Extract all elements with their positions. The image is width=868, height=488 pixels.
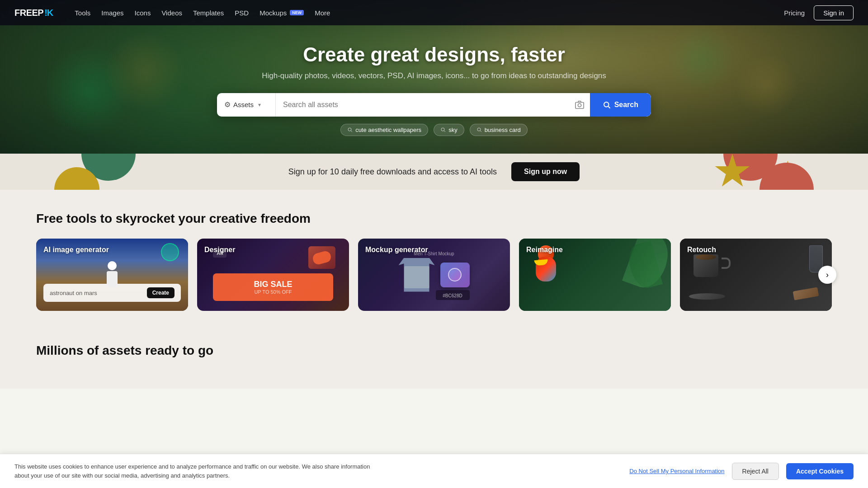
camera-icon (575, 100, 585, 110)
ai-create-button[interactable]: Create (147, 287, 175, 298)
search-small-icon (347, 127, 353, 132)
assets-section: Millions of assets ready to go (0, 329, 868, 389)
svg-point-8 (477, 128, 481, 131)
signup-now-button[interactable]: Sign up now (511, 162, 580, 181)
new-badge: NEW (290, 10, 304, 15)
search-small-icon (476, 127, 482, 132)
svg-point-1 (578, 103, 581, 107)
tools-grid: AI image generator astronaut on mars Cre… (36, 239, 832, 311)
tool-card-mockup[interactable]: Mockup generator Men T-Shirt Moc (358, 239, 510, 311)
tool-card-designer[interactable]: Designer BIG SALE UP TO 50% OFF Aa (197, 239, 349, 311)
navbar-right: Pricing Sign in (784, 5, 854, 20)
tool-card-reimagine[interactable]: Reimagine (519, 239, 671, 311)
signup-banner-text: Sign up for 10 daily free downloads and … (288, 167, 497, 177)
search-type-selector[interactable]: ⚙ Assets ▾ (217, 93, 276, 117)
signin-button[interactable]: Sign in (814, 5, 854, 20)
tools-section: Free tools to skyrocket your creative fr… (0, 190, 868, 329)
svg-line-9 (480, 131, 481, 132)
nav-link-templates[interactable]: Templates (193, 9, 224, 17)
svg-point-2 (604, 102, 609, 107)
chevron-down-icon: ▾ (258, 102, 261, 108)
nav-link-images[interactable]: Images (101, 9, 123, 17)
search-small-icon (440, 127, 446, 132)
assets-icon: ⚙ (224, 100, 231, 109)
accept-cookies-button[interactable]: Accept Cookies (786, 463, 854, 479)
tool-designer-label: Designer (204, 246, 235, 254)
hero-title: Create great designs, faster (0, 43, 868, 66)
cookie-text: This website uses cookies to enhance use… (14, 462, 376, 480)
svg-line-5 (351, 131, 353, 132)
navbar: FREEP!K Tools Images Icons Videos Templa… (0, 0, 868, 25)
visual-search-button[interactable] (569, 100, 590, 110)
tool-reimagine-label: Reimagine (526, 246, 563, 254)
tool-card-ai-image[interactable]: AI image generator astronaut on mars Cre… (36, 239, 188, 311)
svg-point-4 (348, 128, 351, 131)
svg-line-7 (444, 131, 446, 132)
nav-link-tools[interactable]: Tools (75, 9, 90, 17)
nav-link-videos[interactable]: Videos (161, 9, 182, 17)
assets-section-title: Millions of assets ready to go (36, 343, 832, 358)
tool-card-retouch[interactable]: Retouch (680, 239, 832, 311)
signup-banner: ★ Sign up for 10 daily free downloads an… (0, 154, 868, 190)
cookie-actions: Do Not Sell My Personal Information Reje… (629, 463, 854, 480)
hero-subtitle: High-quality photos, videos, vectors, PS… (0, 71, 868, 80)
svg-point-6 (441, 128, 444, 131)
pricing-link[interactable]: Pricing (784, 9, 805, 17)
cookie-banner: This website uses cookies to enhance use… (0, 454, 868, 488)
nav-link-psd[interactable]: PSD (235, 9, 249, 17)
reject-cookies-button[interactable]: Reject All (732, 463, 779, 480)
site-logo[interactable]: FREEP!K (14, 8, 53, 18)
search-bar: ⚙ Assets ▾ Search (217, 93, 651, 117)
nav-link-mockups[interactable]: Mockups NEW (259, 9, 304, 17)
svg-line-3 (608, 106, 610, 108)
do-not-sell-link[interactable]: Do Not Sell My Personal Information (629, 468, 724, 474)
search-button[interactable]: Search (590, 93, 651, 117)
suggestion-tag-2[interactable]: business card (470, 124, 528, 136)
suggestion-tag-0[interactable]: cute aesthetic wallpapers (340, 124, 428, 136)
hero-content: Create great designs, faster High-qualit… (0, 43, 868, 136)
search-type-label: Assets (233, 101, 254, 108)
tool-retouch-label: Retouch (687, 246, 716, 254)
search-icon (603, 101, 611, 109)
suggestion-tag-1[interactable]: sky (434, 124, 464, 136)
suggestion-tags: cute aesthetic wallpapers sky business c… (0, 124, 868, 136)
ai-prompt-text: astronaut on mars (50, 290, 143, 296)
tools-section-title: Free tools to skyrocket your creative fr… (36, 211, 832, 226)
nav-link-icons[interactable]: Icons (135, 9, 151, 17)
carousel-next-button[interactable]: › (818, 266, 836, 284)
nav-link-more[interactable]: More (315, 9, 330, 17)
nav-links: Tools Images Icons Videos Templates PSD … (75, 9, 769, 17)
tool-ai-label: AI image generator (43, 246, 109, 254)
search-input[interactable] (276, 101, 569, 109)
tool-mockup-label: Mockup generator (365, 246, 428, 254)
